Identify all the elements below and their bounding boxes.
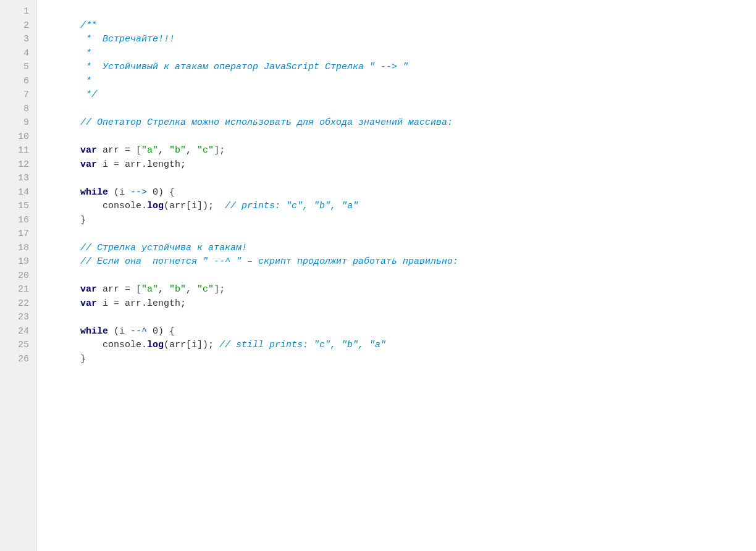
code-normal-24b: console.: [103, 340, 147, 350]
line-num-10: 10: [5, 130, 29, 145]
code-line-16: [47, 214, 746, 228]
code-line-4: * Устойчивый к атакам оператор JavaScrip…: [47, 47, 746, 61]
code-line-8: // Опетатор Стрелка можно использовать д…: [47, 103, 746, 117]
string-10b: "b": [169, 145, 186, 156]
code-line-6: */: [47, 75, 746, 89]
method-log-2: log: [147, 340, 164, 350]
line-num-11: 11: [5, 144, 29, 158]
string-20b: "b": [169, 284, 186, 295]
comment-5: *: [80, 76, 91, 86]
line-num-15: 15: [5, 200, 29, 214]
code-line-26: [47, 353, 746, 367]
line-num-20: 20: [5, 269, 29, 284]
code-line-7: [47, 88, 746, 103]
code-normal-14a: [80, 201, 103, 211]
code-content[interactable]: /** * Встречайте!!! * * Устойчивый к ата…: [37, 0, 756, 551]
line-num-2: 2: [5, 19, 29, 33]
code-line-13: while (i --> 0) {: [47, 172, 746, 186]
code-line-20: var arr = ["a", "b", "c"];: [47, 269, 746, 284]
code-normal-20c: ,: [186, 284, 197, 295]
comment-24: // still prints: "c", "b", "a": [219, 340, 386, 350]
line-num-5: 5: [5, 61, 29, 75]
comment-14: // prints: "c", "b", "a": [225, 201, 358, 211]
comment-3: *: [80, 48, 91, 59]
code-editor: 1 2 3 4 5 6 7 8 9 10 11 12 13 14 15 16 1…: [0, 0, 756, 551]
code-normal-11: i = arr.length;: [97, 159, 186, 170]
line-num-19: 19: [5, 255, 29, 269]
code-normal-13b: 0) {: [147, 187, 175, 198]
comment-18: // Если она погнется " --^ " – скрипт пр…: [80, 256, 458, 267]
code-normal-10c: ,: [186, 145, 197, 156]
line-num-7: 7: [5, 88, 29, 103]
string-10a: "a": [141, 145, 158, 156]
code-normal-25: }: [80, 354, 86, 364]
line-num-4: 4: [5, 47, 29, 61]
keyword-var-1: var: [80, 145, 97, 156]
line-num-9: 9: [5, 116, 29, 130]
code-line-17: // Стрелка устойчива к атакам!: [47, 227, 746, 242]
code-line-10: var arr = ["a", "b", "c"];: [47, 130, 746, 145]
line-num-16: 16: [5, 214, 29, 228]
line-num-21: 21: [5, 283, 29, 297]
code-normal-10a: arr = [: [97, 145, 141, 156]
string-20c: "c": [197, 284, 214, 295]
line-num-13: 13: [5, 172, 29, 186]
comment-17: // Стрелка устойчива к атакам!: [80, 243, 247, 253]
string-10c: "c": [197, 145, 214, 156]
method-log-1: log: [147, 201, 164, 211]
code-normal-10b: ,: [158, 145, 169, 156]
line-num-1: 1: [5, 5, 29, 19]
code-normal-14b: console.: [103, 201, 147, 211]
comment-2: * Встречайте!!!: [80, 34, 175, 44]
line-num-12: 12: [5, 158, 29, 172]
line-num-18: 18: [5, 242, 29, 256]
line-num-24: 24: [5, 325, 29, 339]
keyword-while-1: while: [80, 187, 108, 198]
line-num-26: 26: [5, 353, 29, 367]
code-normal-21: i = arr.length;: [97, 298, 186, 309]
keyword-var-3: var: [80, 284, 97, 295]
line-num-25: 25: [5, 339, 29, 353]
code-normal-23: (i: [108, 326, 130, 337]
line-num-14: 14: [5, 186, 29, 200]
arrow-op-1: -->: [130, 187, 147, 198]
code-normal-24a: [80, 340, 103, 350]
line-num-3: 3: [5, 33, 29, 47]
code-normal-14c: (arr[i]);: [164, 201, 225, 211]
code-line-1: /**: [47, 5, 746, 19]
line-num-22: 22: [5, 297, 29, 311]
code-normal-15: }: [80, 215, 86, 225]
code-line-2: * Встречайте!!!: [47, 19, 746, 33]
code-normal-20d: ];: [214, 284, 225, 295]
comment-6: */: [80, 90, 97, 100]
line-num-17: 17: [5, 227, 29, 242]
line-num-23: 23: [5, 311, 29, 325]
code-normal-13: (i: [108, 187, 130, 198]
code-normal-24c: (arr[i]);: [164, 340, 219, 350]
comment-1: /**: [80, 20, 97, 31]
keyword-while-2: while: [80, 326, 108, 337]
line-num-8: 8: [5, 103, 29, 117]
code-normal-20a: arr = [: [97, 284, 141, 295]
code-line-23: while (i --^ 0) {: [47, 311, 746, 325]
code-normal-23b: 0) {: [147, 326, 175, 337]
line-num-6: 6: [5, 75, 29, 89]
code-normal-20b: ,: [158, 284, 169, 295]
comment-4: * Устойчивый к атакам оператор JavaScrip…: [80, 62, 408, 72]
string-20a: "a": [141, 284, 158, 295]
keyword-var-2: var: [80, 159, 97, 170]
arrow-op-2: --^: [130, 326, 147, 337]
comment-8: // Опетатор Стрелка можно использовать д…: [80, 117, 453, 128]
line-numbers: 1 2 3 4 5 6 7 8 9 10 11 12 13 14 15 16 1…: [0, 0, 37, 551]
code-normal-10d: ];: [214, 145, 225, 156]
keyword-var-4: var: [80, 298, 97, 309]
